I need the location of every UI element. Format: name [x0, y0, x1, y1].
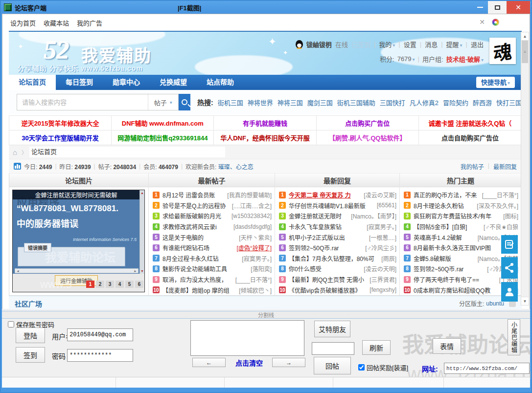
- reward-checkbox[interactable]: 回帖奖励[装逼]: [358, 363, 408, 372]
- topic-author[interactable]: [一根葱....]: [369, 233, 396, 241]
- tab-勋章中心[interactable]: 勋章中心: [103, 75, 150, 90]
- topic-author[interactable]: [dasdsfdsgdfg]: [233, 223, 272, 230]
- ad-link[interactable]: 30天学会工作室版辅助开发: [9, 131, 112, 145]
- tab-论坛首页[interactable]: 论坛首页: [9, 75, 56, 90]
- topic-link[interactable]: 机甲小子2正式版以出: [289, 233, 367, 241]
- collapse-icon[interactable]: ✕: [478, 18, 486, 26]
- score-value[interactable]: 7679: [397, 55, 415, 63]
- palette-icon[interactable]: [492, 19, 499, 26]
- list-item[interactable]: 4卡永久飞车皇族紫钻[寂寞男子。]: [275, 221, 399, 232]
- list-item[interactable]: 5这是关于电脑的[天枰丶紫炎]: [149, 232, 275, 242]
- topic-author[interactable]: [深及不及久伴。]: [477, 201, 518, 210]
- list-item[interactable]: 8你0什么感受[凌云の天明]: [275, 263, 399, 274]
- ad-link[interactable]: 点击购买广告位: [317, 116, 419, 131]
- pager-button[interactable]: 3: [106, 281, 114, 288]
- captcha-input[interactable]: [312, 342, 354, 355]
- breadcrumb-current[interactable]: 论坛首页: [29, 147, 225, 157]
- topic-author[interactable]: [____日不落°]: [482, 191, 518, 199]
- minimize-button[interactable]: [472, 1, 488, 14]
- ad-link[interactable]: 逆天2015贺羊年修改器大全: [9, 116, 112, 131]
- hot-search-link[interactable]: 凡人修真2: [410, 98, 439, 107]
- image-hscrollbar[interactable]: ◄►: [15, 268, 139, 273]
- list-item[interactable]: 18月12号 迅雷会员账[我真的想要辅助]: [149, 190, 275, 200]
- topic-link[interactable]: 金蝉5.8破解版: [414, 254, 476, 262]
- ad-link[interactable]: 网游辅助定制出售q2933691844: [112, 131, 214, 145]
- topic-link[interactable]: 今天第二章 帝天复苏 力: [289, 191, 362, 199]
- page-scrollbar[interactable]: ▲ ≡ ▼: [521, 32, 529, 306]
- user-link-提醒[interactable]: 提醒: [446, 40, 463, 49]
- clear-link[interactable]: 点击清空: [235, 358, 263, 368]
- topic-link[interactable]: 求给最新版破解的月光: [162, 212, 230, 220]
- image-vscrollbar[interactable]: ▲▼: [139, 190, 144, 274]
- search-button[interactable]: [179, 94, 190, 110]
- user-link-退出[interactable]: 退出: [471, 40, 484, 49]
- tab-每日签到[interactable]: 每日签到: [56, 75, 103, 90]
- topic-link[interactable]: 华仔创世兵魂辅助V1.8最新版: [289, 201, 375, 210]
- topic-link[interactable]: 签到领2~50Q币.rar: [414, 264, 485, 273]
- topic-author[interactable]: [图标]: [503, 212, 518, 220]
- list-item[interactable]: 78月全过程卡永久红钻[寂寞男子。]: [149, 253, 275, 264]
- topic-link[interactable]: 8月最新卡永久洛克王国VIP图: [414, 243, 503, 252]
- search-type-select[interactable]: 帖子: [148, 94, 178, 110]
- list-item[interactable]: 4求教修改武将风云录i[dasdsfdsgdfg]: [149, 221, 275, 232]
- topic-link[interactable]: 取消，应为没太大热度，: [162, 275, 233, 284]
- list-item[interactable]: 3求给最新版破解的月光[w1503238342]: [149, 211, 275, 221]
- refresh-button[interactable]: 刷新: [362, 340, 391, 355]
- at-friend-button[interactable]: 艾特朋友: [314, 321, 350, 337]
- topic-author[interactable]: [虚偽°詮釋了]: [237, 243, 272, 252]
- list-item[interactable]: 2华仔创世兵魂辅助V1.8最新版[65561]: [275, 200, 399, 211]
- hot-search-link[interactable]: 街机三国: [218, 98, 243, 107]
- topic-link[interactable]: 英魂高手1.4.2破解: [414, 233, 476, 241]
- share-icon[interactable]: [501, 257, 518, 279]
- password-field[interactable]: [67, 349, 133, 362]
- topic-author[interactable]: [倾城欧巴丶]: [239, 286, 272, 294]
- topic-link[interactable]: 你0什么感受: [289, 264, 362, 273]
- topic-link[interactable]: 【最新】刷QQ主页赞 无需小: [289, 275, 368, 284]
- tab-兑换威望[interactable]: 兑换威望: [150, 75, 197, 90]
- topic-link[interactable]: 8月12号 迅雷会员账: [162, 191, 225, 199]
- topic-author[interactable]: [♂不良★白狼: [484, 222, 518, 231]
- topic-link[interactable]: 疯狂刷官方年费蓝钻技术/有年: [414, 212, 501, 220]
- topic-link[interactable]: 签到领2~50Q币.rar: [289, 243, 363, 252]
- save-credentials-box[interactable]: [8, 321, 14, 328]
- reward-box[interactable]: [358, 364, 365, 371]
- user-link-我的[interactable]: 我的: [379, 40, 395, 49]
- topic-author[interactable]: [65561]: [377, 202, 396, 209]
- topic-author[interactable]: [三界贤君]: [370, 275, 396, 284]
- list-item[interactable]: 28月卡理论永久粉钻[深及不及久伴。]: [400, 200, 521, 211]
- signin-button[interactable]: 签到: [16, 347, 45, 363]
- hot-search-link[interactable]: 快打三国: [496, 98, 522, 107]
- topic-link[interactable]: 有谁能代跑钻石场: [162, 243, 235, 252]
- list-item[interactable]: 2验号是不是Q上的远程协[....江南....含之]: [149, 200, 275, 211]
- hot-search-link[interactable]: 魔剑三国: [307, 98, 333, 107]
- community-title[interactable]: 社区广场: [15, 299, 42, 308]
- url-field[interactable]: [444, 363, 530, 374]
- username-field[interactable]: [67, 328, 133, 341]
- list-item[interactable]: 7【集合】7月永久钻整理，80%可[雨辰]: [275, 253, 399, 264]
- hot-search-link[interactable]: 冒险契约: [443, 98, 468, 107]
- profile-icon[interactable]: [501, 282, 518, 302]
- reply-note-icon[interactable]: [501, 235, 518, 254]
- pager-button[interactable]: 6: [135, 281, 143, 288]
- list-item[interactable]: 8魅影传说全功能辅助工具[落阳奕]: [149, 263, 275, 274]
- topic-author[interactable]: [凌云の艾斯]: [364, 191, 396, 199]
- ad-link[interactable]: 点击自助购买广告位: [419, 131, 521, 145]
- scrollbar-thumb[interactable]: ≡: [522, 41, 528, 63]
- close-button[interactable]: ✕: [507, 1, 530, 14]
- topic-link[interactable]: 8月全过程卡永久红钻: [162, 254, 240, 262]
- topic-author[interactable]: [雨辰]: [381, 254, 396, 262]
- list-item[interactable]: 4【回帖5金币】[白狼][♂不良★白狼: [400, 221, 521, 232]
- pager-button[interactable]: 5: [125, 281, 134, 288]
- pager-button[interactable]: 2: [96, 281, 104, 288]
- list-item[interactable]: 5机甲小子2正式版以出[一根葱....]: [275, 232, 399, 242]
- topic-author[interactable]: [天枰丶紫炎]: [239, 233, 272, 241]
- topic-author[interactable]: [____日不落°]: [235, 275, 272, 284]
- prev-button[interactable]: ←: [192, 358, 226, 367]
- topic-link[interactable]: 【回帖5金币】[白狼]: [414, 222, 482, 231]
- topic-link[interactable]: 卡永久飞车皇族紫钻: [289, 222, 365, 231]
- topic-author[interactable]: [Namco。【南梦】]: [351, 212, 396, 220]
- list-item[interactable]: 9【最新】刷QQ主页赞 无需小[三界贤君]: [275, 274, 399, 285]
- ad-link[interactable]: 诚邀卡盟 注册就送永久Q钻（: [419, 116, 521, 131]
- menu-item[interactable]: 设为首页: [10, 18, 36, 27]
- menu-item[interactable]: 收藏本站: [44, 18, 69, 27]
